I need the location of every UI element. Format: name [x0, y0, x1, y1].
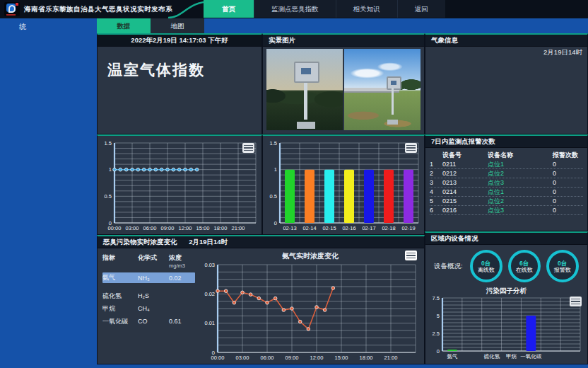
weather-panel-title: 气象信息: [425, 35, 587, 47]
col-concentration: 浓度mg/m3: [169, 253, 194, 269]
svg-text:2.5: 2.5: [433, 330, 440, 337]
svg-text:0.5: 0.5: [270, 193, 277, 200]
top-navbar: 海南省乐东黎族自治县大气恶臭状况实时发布系 首页 监测点恶臭指数 相关知识 返回: [0, 0, 588, 19]
table-row: 20212点位20: [430, 169, 583, 178]
table-row: 60216点位30: [430, 206, 583, 215]
logo-subtext: [6, 14, 16, 16]
datetime-text: 2022年2月19日 14:17:03 下午好: [98, 35, 261, 47]
device-overview: 设备概况: 0台 离线数 6台 在线数 0台 报警数: [425, 247, 587, 285]
svg-text:02-13: 02-13: [283, 225, 296, 231]
svg-text:1.5: 1.5: [105, 140, 112, 146]
chart-menu-icon[interactable]: [570, 297, 582, 306]
svg-text:7.5: 7.5: [433, 295, 440, 301]
svg-text:0.03: 0.03: [204, 262, 215, 268]
svg-text:1: 1: [274, 166, 277, 173]
svg-text:03:00: 03:00: [236, 355, 249, 361]
page-title: 温室气体指数: [107, 60, 205, 80]
greeting-panel: 2022年2月19日 14:17:03 下午好 温室气体指数: [97, 33, 262, 134]
photos-panel-title: 实景图片: [263, 35, 424, 47]
alarm-count-badge: 0台 报警数: [546, 250, 579, 282]
table-row: 40214点位10: [430, 188, 583, 197]
svg-text:06:00: 06:00: [261, 355, 274, 361]
table-row: 30213点位30: [430, 178, 583, 188]
odor-panel-date: 2月19日14时: [189, 238, 228, 246]
svg-text:00:00: 00:00: [211, 355, 225, 361]
svg-text:15:00: 15:00: [196, 225, 210, 231]
monitor-pole: [392, 88, 394, 115]
monitor-cabinet: [387, 76, 401, 90]
live-photos-panel: 实景图片: [262, 33, 425, 134]
monitor-cabinet: [294, 62, 319, 83]
svg-text:02-15: 02-15: [322, 225, 336, 231]
svg-text:0.02: 0.02: [204, 291, 215, 297]
pollutant-row-co[interactable]: 一氧化碳CO0.61: [102, 315, 195, 328]
app-title: 海南省乐东黎族自治县大气恶臭状况实时发布系: [24, 0, 172, 18]
svg-text:06:00: 06:00: [143, 225, 157, 231]
monitor-base: [387, 120, 398, 125]
tab-data[interactable]: 数据: [97, 18, 151, 33]
svg-text:21:00: 21:00: [232, 225, 245, 231]
monitor-base: [297, 122, 315, 129]
svg-text:15:00: 15:00: [335, 355, 348, 361]
logo-red-dot: [16, 3, 18, 6]
svg-text:09:00: 09:00: [161, 225, 175, 231]
svg-text:0.5: 0.5: [105, 193, 112, 200]
monitor-screen: [391, 81, 396, 85]
pollutant-row-ch4[interactable]: 甲烷CH₄: [102, 302, 195, 315]
station-photo-day: [344, 49, 421, 130]
devices-panel-title: 区域内设备情况: [425, 233, 587, 245]
monitor-screen: [301, 68, 311, 74]
chart-menu-icon[interactable]: [242, 143, 254, 153]
col-alarm-count: 报警次数: [553, 151, 583, 159]
col-indicator: 指标: [102, 253, 138, 263]
nav-item-knowledge[interactable]: 相关知识: [336, 0, 397, 18]
svg-text:21:00: 21:00: [384, 355, 398, 361]
svg-text:甲烷: 甲烷: [506, 353, 517, 360]
chart-menu-icon[interactable]: [405, 251, 417, 260]
dashboard-root: { "topbar": { "title": "海南省乐东黎族自治县大气恶臭状况…: [0, 0, 588, 368]
alarm-table-header: 设备号 设备名称 报警次数: [430, 150, 583, 160]
tab-map[interactable]: 地图: [151, 18, 204, 33]
photo-strip: [266, 49, 421, 130]
svg-text:00:00: 00:00: [108, 225, 122, 231]
factor-bar-chart: 02.557.5氨气硫化氢甲烷一氧化碳: [427, 295, 586, 361]
chart-menu-icon[interactable]: [405, 143, 417, 153]
svg-text:02-17: 02-17: [362, 225, 375, 231]
svg-text:5: 5: [437, 313, 440, 319]
pollutant-table-header: 指标 化学式 浓度mg/m3: [102, 252, 195, 270]
svg-text:02-14: 02-14: [302, 225, 316, 231]
main-content: 2022年2月19日 14:17:03 下午好 温室气体指数 实景图片: [97, 33, 588, 364]
main-nav: 首页 监测点恶臭指数 相关知识 返回: [204, 0, 445, 18]
nav-item-back[interactable]: 返回: [397, 0, 445, 18]
svg-text:02-19: 02-19: [401, 225, 415, 231]
svg-text:氨气: 氨气: [447, 353, 457, 360]
col-device-name: 设备名称: [488, 151, 553, 159]
station-photo-dusk: [266, 49, 343, 130]
weather-panel: 气象信息 2月19日14时: [425, 33, 588, 134]
greenhouse-line-chart: 00.511.500:0003:0006:0009:0012:0015:0018…: [98, 136, 261, 234]
nav-item-odor-index[interactable]: 监测点恶臭指数: [254, 0, 336, 18]
svg-text:18:00: 18:00: [214, 225, 228, 231]
col-formula: 化学式: [138, 253, 169, 263]
svg-text:02-18: 02-18: [382, 225, 395, 231]
pollutant-row-nh3[interactable]: 氨气NH₃0.02: [102, 272, 195, 283]
odor-pollutant-panel: 恶臭污染物实时浓度变化 2月19日14时 指标 化学式 浓度mg/m3 氨气NH…: [97, 235, 425, 364]
alarm-table: 设备号 设备名称 报警次数 10211点位10 20212点位20 30213点…: [430, 150, 583, 215]
alarm-panel-title: 7日内监测点报警次数: [425, 136, 587, 148]
daily-bars-panel: 00.511.502-1302-1402-1502-1602-1702-1802…: [262, 134, 425, 235]
greenhouse-chart-panel: 00.511.500:0003:0006:0009:0012:0015:0018…: [97, 134, 262, 235]
pollutant-row-h2s[interactable]: 硫化氢H₂S: [102, 289, 195, 302]
devices-panel: 区域内设备情况 设备概况: 0台 离线数 6台 在线数 0台 报警数 污染因子分…: [425, 231, 588, 364]
device-overview-label: 设备概况:: [434, 262, 463, 271]
svg-text:0: 0: [437, 348, 440, 355]
alarm-count-panel: 7日内监测点报警次数 设备号 设备名称 报警次数 10211点位10 20212…: [425, 134, 588, 231]
app-logo-icon: [4, 2, 20, 16]
svg-text:03:00: 03:00: [126, 225, 139, 231]
nav-item-home[interactable]: 首页: [204, 0, 254, 18]
svg-text:09:00: 09:00: [286, 355, 299, 361]
svg-text:12:00: 12:00: [310, 355, 324, 361]
svg-text:硫化氢: 硫化氢: [483, 353, 500, 360]
weather-date: 2月19日14时: [543, 48, 582, 57]
daily-bar-chart: 00.511.502-1302-1402-1502-1602-1702-1802…: [263, 136, 424, 234]
online-count-badge: 6台 在线数: [508, 250, 541, 282]
